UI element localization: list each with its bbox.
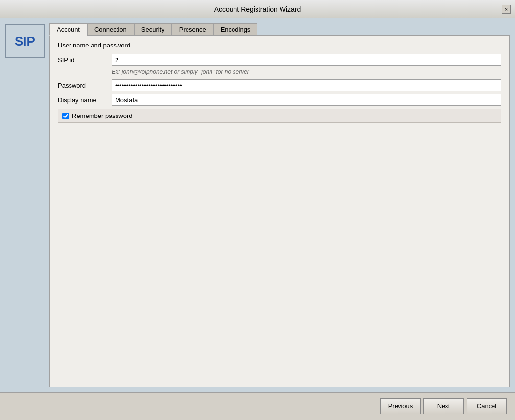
password-input[interactable] [112,79,501,91]
title-bar: Account Registration Wizard × [0,0,515,18]
remember-password-row: Remember password [58,109,501,123]
sip-logo: SIP [5,24,45,58]
tab-encodings[interactable]: Encodings [213,23,258,36]
password-row: Password [58,79,501,91]
sip-id-hint: Ex: john@voiphone.net or simply "john" f… [112,69,501,75]
main-window: Account Registration Wizard × SIP Accoun… [0,0,515,420]
remember-password-label: Remember password [72,112,133,119]
display-name-label: Display name [58,96,112,104]
tab-security[interactable]: Security [134,23,172,36]
tab-content-account: User name and password SIP id Ex: john@v… [49,35,510,387]
display-name-row: Display name [58,94,501,106]
section-title: User name and password [58,42,501,49]
next-button[interactable]: Next [423,398,464,414]
sip-id-label: SIP id [58,56,112,64]
sip-id-row: SIP id [58,54,501,66]
sip-logo-text: SIP [15,34,35,49]
display-name-input[interactable] [112,94,501,106]
tab-presence[interactable]: Presence [172,23,213,36]
tabs-container: Account Connection Security Presence Enc… [49,23,510,35]
password-label: Password [58,82,112,89]
main-panel: Account Connection Security Presence Enc… [49,23,510,387]
tab-connection[interactable]: Connection [87,23,134,36]
sip-id-input[interactable] [112,54,501,66]
close-button[interactable]: × [502,5,511,14]
footer: Previous Next Cancel [0,392,515,420]
remember-password-checkbox[interactable] [62,113,69,119]
previous-button[interactable]: Previous [380,398,421,414]
content-area: SIP Account Connection Security Presence… [0,18,515,392]
window-title: Account Registration Wizard [214,5,301,13]
tab-account[interactable]: Account [49,23,87,36]
cancel-button[interactable]: Cancel [467,398,507,414]
